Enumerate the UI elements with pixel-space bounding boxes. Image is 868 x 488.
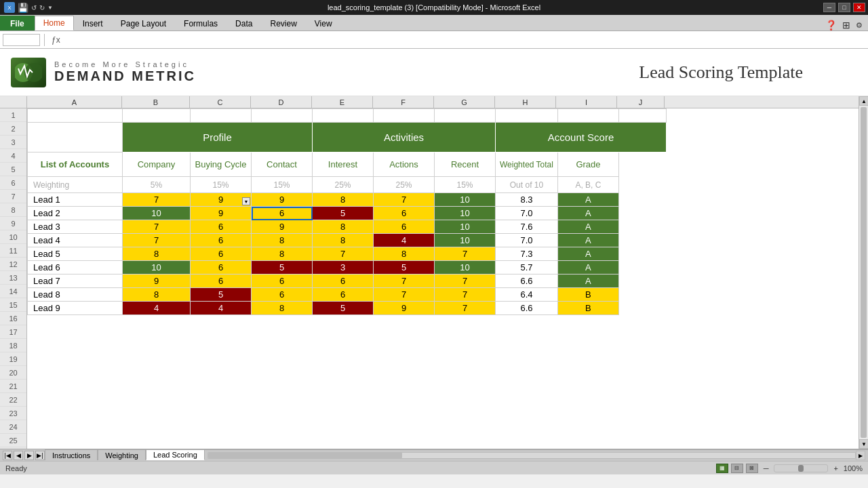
lead-5-col-1[interactable]: 8	[123, 247, 191, 261]
ribbon-collapse[interactable]: ⊞	[842, 20, 850, 30]
lead-8-col-3[interactable]: 6	[252, 288, 313, 302]
sheet-last-btn[interactable]: ▶|	[35, 451, 45, 460]
lead-8-col-4[interactable]: 6	[313, 288, 374, 302]
lead-6-col-3[interactable]: 5	[252, 261, 313, 274]
undo-qa[interactable]: ↺	[31, 4, 37, 12]
lead-3-col-2[interactable]: 6	[191, 220, 252, 234]
lead-5-col-5[interactable]: 8	[374, 247, 435, 261]
blank-cell[interactable]	[123, 109, 191, 123]
lead-8-col-1[interactable]: 8	[123, 288, 191, 302]
sheet-tab-instructions[interactable]: Instructions	[45, 449, 98, 460]
lead-4-col-3[interactable]: 8	[252, 234, 313, 247]
tab-view[interactable]: View	[306, 16, 341, 30]
lead-2-col-6[interactable]: 10	[435, 207, 496, 220]
lead-2-col-4[interactable]: 5	[313, 207, 374, 220]
tab-review[interactable]: Review	[261, 16, 305, 30]
blank-cell[interactable]	[28, 109, 123, 123]
zoom-slider[interactable]	[774, 464, 828, 472]
sheet-next-btn[interactable]: ▶	[24, 451, 34, 460]
sheet-prev-btn[interactable]: ◀	[14, 451, 23, 460]
vertical-scrollbar[interactable]: ▲ ▼	[859, 96, 868, 449]
blank-cell[interactable]	[557, 109, 618, 123]
tab-home[interactable]: Home	[35, 16, 74, 30]
lead-3-col-5[interactable]: 6	[374, 220, 435, 234]
blank-cell[interactable]	[435, 109, 496, 123]
sheet-first-btn[interactable]: |◀	[3, 451, 12, 460]
lead-9-col-6[interactable]: 7	[435, 302, 496, 315]
tab-page-layout[interactable]: Page Layout	[112, 16, 175, 30]
lead-4-col-2[interactable]: 6	[191, 234, 252, 247]
save-qa[interactable]: 💾	[18, 3, 28, 13]
lead-9-col-5[interactable]: 9	[374, 302, 435, 315]
lead-3-col-1[interactable]: 7	[123, 220, 191, 234]
h-scroll-right-btn[interactable]: ▶	[856, 451, 865, 460]
scroll-up-btn[interactable]: ▲	[859, 96, 868, 106]
dropdown-arrow-lead1[interactable]: ▼	[242, 197, 250, 205]
page-break-view-btn[interactable]: ⊠	[746, 464, 758, 473]
minimize-btn[interactable]: ─	[823, 3, 835, 12]
lead-2-col-3[interactable]: 6	[252, 207, 313, 220]
lead-8-col-6[interactable]: 7	[435, 288, 496, 302]
normal-view-btn[interactable]: ▦	[716, 464, 728, 473]
blank-cell[interactable]	[252, 109, 313, 123]
lead-7-col-1[interactable]: 9	[123, 274, 191, 288]
sheet-tab-lead-scoring[interactable]: Lead Scoring	[146, 449, 205, 460]
tab-data[interactable]: Data	[226, 16, 261, 30]
zoom-plus-btn[interactable]: +	[833, 464, 837, 472]
scroll-thumb[interactable]	[861, 107, 867, 438]
cell-reference-input[interactable]: C5	[3, 34, 40, 46]
header-blank[interactable]	[28, 123, 123, 152]
restore-btn[interactable]: □	[838, 3, 850, 12]
tab-insert[interactable]: Insert	[74, 16, 112, 30]
page-layout-view-btn[interactable]: ⊟	[731, 464, 743, 473]
lead-7-col-4[interactable]: 6	[313, 274, 374, 288]
lead-6-col-4[interactable]: 3	[313, 261, 374, 274]
lead-2-col-2[interactable]: 9	[191, 207, 252, 220]
lead-4-col-1[interactable]: 7	[123, 234, 191, 247]
lead-6-col-1[interactable]: 10	[123, 261, 191, 274]
h-scrollbar-thumb[interactable]	[208, 453, 402, 458]
h-scrollbar-track[interactable]	[208, 452, 856, 459]
lead-8-col-5[interactable]: 7	[374, 288, 435, 302]
lead-3-col-4[interactable]: 8	[313, 220, 374, 234]
excel-options[interactable]: ⚙	[856, 21, 863, 30]
lead-5-col-6[interactable]: 7	[435, 247, 496, 261]
lead-7-col-5[interactable]: 7	[374, 274, 435, 288]
lead-5-col-3[interactable]: 8	[252, 247, 313, 261]
lead-6-col-2[interactable]: 6	[191, 261, 252, 274]
zoom-minus-btn[interactable]: ─	[764, 464, 769, 472]
lead-4-col-6[interactable]: 10	[435, 234, 496, 247]
lead-6-col-6[interactable]: 10	[435, 261, 496, 274]
blank-cell[interactable]	[191, 109, 252, 123]
lead-2-col-5[interactable]: 6	[374, 207, 435, 220]
lead-1-col-6[interactable]: 10	[435, 193, 496, 207]
lead-5-col-4[interactable]: 7	[313, 247, 374, 261]
blank-cell[interactable]	[496, 109, 558, 123]
lead-7-col-3[interactable]: 6	[252, 274, 313, 288]
qa-dropdown[interactable]: ▼	[47, 5, 53, 11]
lead-9-col-3[interactable]: 8	[252, 302, 313, 315]
blank-cell[interactable]	[618, 109, 666, 123]
lead-9-col-4[interactable]: 5	[313, 302, 374, 315]
lead-1-col-3[interactable]: 9	[252, 193, 313, 207]
tab-formulas[interactable]: Formulas	[175, 16, 226, 30]
blank-cell[interactable]	[313, 109, 374, 123]
lead-9-col-2[interactable]: 4	[191, 302, 252, 315]
lead-4-col-5[interactable]: 4	[374, 234, 435, 247]
sheet-tab-weighting[interactable]: Weighting	[98, 449, 146, 460]
close-btn[interactable]: ✕	[853, 3, 865, 12]
lead-3-col-6[interactable]: 10	[435, 220, 496, 234]
tab-file[interactable]: File	[0, 16, 35, 30]
insert-function-icon[interactable]: ƒx	[49, 35, 63, 45]
formula-input[interactable]: 7	[66, 34, 865, 46]
lead-8-col-2[interactable]: 5	[191, 288, 252, 302]
scroll-down-btn[interactable]: ▼	[859, 439, 868, 449]
lead-7-col-2[interactable]: 6	[191, 274, 252, 288]
lead-4-col-4[interactable]: 8	[313, 234, 374, 247]
lead-1-col-4[interactable]: 8	[313, 193, 374, 207]
lead-7-col-6[interactable]: 7	[435, 274, 496, 288]
help-icon[interactable]: ❓	[825, 20, 837, 30]
lead-2-col-1[interactable]: 10	[123, 207, 191, 220]
lead-5-col-2[interactable]: 6	[191, 247, 252, 261]
lead-6-col-5[interactable]: 5	[374, 261, 435, 274]
